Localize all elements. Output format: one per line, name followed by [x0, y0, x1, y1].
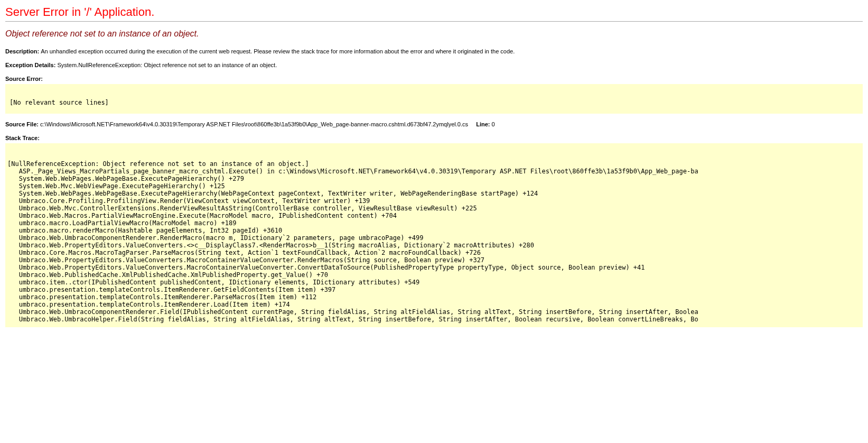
error-subtitle: Object reference not set to an instance … — [5, 29, 863, 39]
source-error-code-box: [No relevant source lines] — [5, 84, 863, 114]
exception-text: System.NullReferenceException: Object re… — [57, 62, 277, 68]
source-file-block: Source File: c:\Windows\Microsoft.NET\Fr… — [5, 121, 863, 127]
description-label: Description: — [5, 48, 41, 54]
source-file-text: c:\Windows\Microsoft.NET\Framework64\v4.… — [40, 121, 468, 127]
stack-trace-label: Stack Trace: — [5, 135, 40, 141]
description-text: An unhandled exception occurred during t… — [41, 48, 515, 54]
line-label: Line: — [476, 121, 491, 127]
line-text: 0 — [492, 121, 495, 127]
error-title: Server Error in '/' Application. — [5, 5, 863, 19]
divider — [5, 21, 863, 22]
description-block: Description: An unhandled exception occu… — [5, 48, 863, 54]
stack-trace-code: [NullReferenceException: Object referenc… — [7, 153, 863, 323]
source-error-block: Source Error: [No relevant source lines] — [5, 76, 863, 114]
exception-label: Exception Details: — [5, 62, 57, 68]
exception-block: Exception Details: System.NullReferenceE… — [5, 62, 863, 68]
source-file-label: Source File: — [5, 121, 40, 127]
stack-trace-block: Stack Trace: [NullReferenceException: Ob… — [5, 135, 863, 327]
stack-trace-code-box: [NullReferenceException: Object referenc… — [5, 143, 863, 327]
source-error-label: Source Error: — [5, 76, 43, 82]
source-error-code: [No relevant source lines] — [10, 91, 863, 106]
